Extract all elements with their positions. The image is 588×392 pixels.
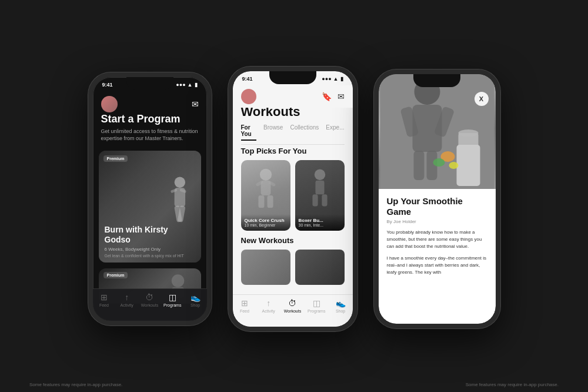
close-icon: X bbox=[479, 95, 483, 102]
feed-label-2: Feed bbox=[240, 309, 249, 313]
tab-explore[interactable]: Expe... bbox=[326, 124, 344, 141]
phone-2: 9:41 ●●● ▲ ▮ 🔖 ✉ Workouts For You bbox=[228, 67, 358, 331]
workout-card-1-label: Quick Core Crush 10 min, Beginner bbox=[241, 214, 290, 231]
phone-3-screen: X Up Your Smoothie Game By Joe Holder Yo… bbox=[379, 74, 496, 324]
hero-card-text: Burn with Kirsty Godso 6 Weeks, Bodyweig… bbox=[105, 225, 195, 258]
tab-browse[interactable]: Browse bbox=[263, 124, 283, 141]
battery-icon-2: ▮ bbox=[340, 76, 343, 82]
bookmark-icon-2[interactable]: 🔖 bbox=[322, 92, 332, 101]
nav-activity-2[interactable]: ↑ Activity bbox=[256, 298, 280, 313]
workouts-label-2: Workouts bbox=[284, 309, 301, 313]
phone-2-tabs: For You Browse Collections Expe... bbox=[241, 124, 345, 145]
start-program-title: Start a Program bbox=[101, 114, 199, 125]
premium-badge-1: Premium bbox=[103, 155, 128, 162]
workout-1-detail: 10 min, Beginner bbox=[245, 223, 287, 227]
workouts-icon-2: ⏱ bbox=[288, 298, 296, 308]
phone-2-header: 🔖 ✉ bbox=[233, 85, 353, 108]
activity-icon-2: ↑ bbox=[266, 298, 270, 308]
nav-feed-2[interactable]: ⊞ Feed bbox=[233, 298, 257, 313]
new-workout-2[interactable] bbox=[295, 250, 345, 285]
close-button[interactable]: X bbox=[475, 92, 489, 106]
workout-card-2[interactable]: Boxer Bu... 30 min, Inte... bbox=[295, 160, 345, 231]
svg-point-19 bbox=[414, 79, 440, 105]
workout-description: Get lean & confident with a spicy mix of… bbox=[105, 254, 195, 258]
svg-point-6 bbox=[171, 274, 184, 287]
workout-name: Burn with Kirsty Godso bbox=[105, 225, 195, 245]
signal-icon-2: ●●● bbox=[322, 76, 331, 82]
svg-rect-25 bbox=[456, 145, 480, 186]
status-bar-2: 9:41 ●●● ▲ ▮ bbox=[233, 71, 353, 84]
svg-point-27 bbox=[458, 129, 478, 137]
workout-2-detail: 30 min, Inte... bbox=[299, 223, 341, 227]
article-body-1: You probably already know how to make a … bbox=[387, 229, 487, 250]
phone-2-title-area: Workouts For You Browse Collections Expe… bbox=[241, 104, 345, 145]
article-body-2: I have a smoothie every day–the commitme… bbox=[387, 255, 487, 276]
phone-1-title-area: Start a Program Get unlimited access to … bbox=[101, 114, 199, 142]
svg-point-14 bbox=[314, 169, 325, 180]
avatar-2[interactable] bbox=[241, 89, 256, 104]
workout-card-2-label: Boxer Bu... 30 min, Inte... bbox=[295, 214, 345, 231]
phone-1-screen: 9:41 ●●● ▲ ▮ ✉ Start a Program Get unlim… bbox=[93, 77, 207, 321]
avatar-1[interactable] bbox=[101, 96, 118, 112]
nav-shop-1[interactable]: 👟 Shop bbox=[184, 293, 207, 307]
phone-3: X Up Your Smoothie Game By Joe Holder Yo… bbox=[374, 69, 500, 328]
article-hero-image: X bbox=[379, 74, 496, 192]
footer-note-right: Some features may require in-app purchas… bbox=[466, 382, 559, 387]
smoothie-scene bbox=[379, 74, 496, 192]
workouts-label-1: Workouts bbox=[141, 303, 158, 307]
battery-icon-1: ▮ bbox=[195, 82, 198, 88]
workout-2-name: Boxer Bu... bbox=[299, 218, 341, 223]
phone-2-screen: 9:41 ●●● ▲ ▮ 🔖 ✉ Workouts For You bbox=[233, 71, 353, 327]
nav-workouts-2[interactable]: ⏱ Workouts bbox=[280, 298, 305, 313]
nav-shop-2[interactable]: 👟 Shop bbox=[329, 298, 353, 313]
new-workouts-section: New Workouts bbox=[241, 236, 345, 285]
svg-point-8 bbox=[259, 169, 271, 181]
mail-icon-1[interactable]: ✉ bbox=[192, 99, 199, 109]
header-icons-2: 🔖 ✉ bbox=[322, 92, 345, 101]
top-picks-section: Top Picks For You bbox=[241, 147, 345, 231]
footer: Some features may require in-app purchas… bbox=[0, 382, 588, 387]
hero-card[interactable]: Premium Burn with Kirsty Godso 6 Weeks, … bbox=[99, 151, 201, 263]
svg-rect-16 bbox=[312, 194, 318, 206]
activity-label-1: Activity bbox=[121, 303, 133, 307]
programs-icon-1: ◫ bbox=[169, 293, 176, 302]
feed-icon-1: ⊞ bbox=[101, 293, 108, 302]
bottom-nav-2: ⊞ Feed ↑ Activity ⏱ Workouts ◫ Programs … bbox=[233, 294, 353, 327]
nav-activity-1[interactable]: ↑ Activity bbox=[115, 293, 138, 307]
status-bar-1: 9:41 ●●● ▲ ▮ bbox=[93, 77, 207, 90]
new-workout-1[interactable] bbox=[241, 250, 290, 285]
nav-programs-1[interactable]: ◫ Programs bbox=[161, 293, 184, 307]
workouts-icon-1: ⏱ bbox=[145, 293, 153, 302]
workout-duration: 6 Weeks, Bodyweight Only bbox=[105, 247, 195, 252]
programs-icon-2: ◫ bbox=[313, 298, 320, 308]
phone-1: 9:41 ●●● ▲ ▮ ✉ Start a Program Get unlim… bbox=[88, 72, 212, 325]
workout-1-name: Quick Core Crush bbox=[245, 218, 287, 223]
shop-label-2: Shop bbox=[336, 309, 345, 313]
footer-note-left: Some features may require in-app purchas… bbox=[29, 382, 122, 387]
svg-rect-15 bbox=[315, 181, 324, 195]
programs-label-1: Programs bbox=[163, 303, 181, 307]
wifi-icon-2: ▲ bbox=[333, 76, 339, 82]
nav-feed-1[interactable]: ⊞ Feed bbox=[93, 293, 116, 307]
article-content: Up Your Smoothie Game By Joe Holder You … bbox=[379, 189, 496, 324]
app-container: 9:41 ●●● ▲ ▮ ✉ Start a Program Get unlim… bbox=[0, 55, 588, 337]
workout-card-1[interactable]: Quick Core Crush 10 min, Beginner bbox=[241, 160, 290, 231]
new-workouts-heading: New Workouts bbox=[241, 236, 345, 245]
status-icons-2: ●●● ▲ ▮ bbox=[322, 76, 343, 82]
nav-workouts-1[interactable]: ⏱ Workouts bbox=[138, 293, 161, 307]
nav-programs-2[interactable]: ◫ Programs bbox=[305, 298, 329, 313]
status-icons-1: ●●● ▲ ▮ bbox=[176, 82, 197, 88]
mail-icon-2[interactable]: ✉ bbox=[338, 92, 345, 101]
smoothie-scene-svg bbox=[379, 74, 496, 192]
activity-icon-1: ↑ bbox=[125, 293, 129, 302]
tab-collections[interactable]: Collections bbox=[290, 124, 319, 141]
time-2: 9:41 bbox=[242, 76, 253, 82]
bottom-nav-1: ⊞ Feed ↑ Activity ⏱ Workouts ◫ Programs … bbox=[93, 288, 207, 321]
shop-label-1: Shop bbox=[191, 303, 200, 307]
feed-icon-2: ⊞ bbox=[241, 298, 248, 308]
signal-icon-1: ●●● bbox=[176, 82, 185, 88]
shop-icon-1: 👟 bbox=[191, 293, 201, 302]
svg-point-30 bbox=[449, 162, 458, 169]
svg-rect-11 bbox=[267, 195, 273, 208]
tab-for-you[interactable]: For You bbox=[241, 124, 257, 141]
